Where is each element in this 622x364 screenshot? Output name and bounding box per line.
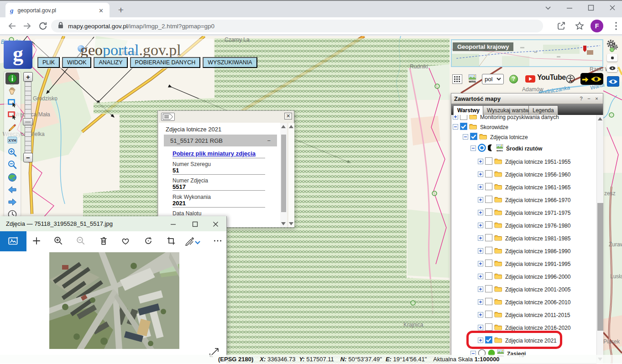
- favorite-photos-icon[interactable]: [120, 236, 131, 247]
- youtube-label[interactable]: YouTube: [537, 73, 566, 82]
- layer-label[interactable]: Zdjęcia lotnicze 1961-1965: [505, 184, 570, 191]
- pencil-tool-icon[interactable]: [7, 123, 17, 133]
- layer-checkbox[interactable]: [485, 170, 492, 179]
- expander-plus-icon[interactable]: [478, 234, 483, 243]
- window-maximize-button[interactable]: [584, 1, 598, 15]
- download-thumbnail-link[interactable]: Pobierz plik miniatury zdjęcia: [172, 150, 256, 157]
- window-minimize-button[interactable]: [563, 1, 576, 15]
- back-icon[interactable]: [6, 21, 17, 31]
- geoportal-logo[interactable]: g: [4, 41, 32, 69]
- expander-plus-icon[interactable]: [478, 286, 483, 294]
- globe-tool-icon[interactable]: [7, 172, 17, 182]
- expander-plus-icon[interactable]: [478, 247, 483, 255]
- layer-checkbox[interactable]: [485, 311, 492, 320]
- expander-minus-icon[interactable]: [470, 145, 476, 153]
- popup-close-button[interactable]: ✕: [284, 113, 292, 120]
- layer-row[interactable]: Monitoring pozyskiwania danych: [453, 115, 559, 122]
- profile-avatar[interactable]: F: [591, 20, 603, 32]
- popup-section-header[interactable]: 51_5517 2021 RGB−: [164, 135, 277, 146]
- layer-label[interactable]: Zdjęcia lotnicze 1986-1990: [505, 248, 570, 255]
- layer-row[interactable]: wmsŚrodki rzutów: [470, 144, 542, 154]
- expander-plus-icon[interactable]: [478, 196, 483, 204]
- map-viewport[interactable]: Biała OkszaLubidzaCzarny LaGrodziskoWręc…: [0, 36, 622, 364]
- layer-row[interactable]: Zdjęcia lotnicze 2001-2005: [478, 285, 570, 295]
- layer-row[interactable]: Skorowidze: [453, 122, 508, 132]
- layer-radio[interactable]: [478, 144, 486, 154]
- zoom-out-photos-icon[interactable]: [76, 236, 87, 247]
- layer-label[interactable]: Zdjęcia lotnicze 1956-1960: [505, 172, 570, 178]
- photos-maximize-button[interactable]: [189, 220, 200, 228]
- panel-minimize-button[interactable]: −: [585, 95, 592, 102]
- browser-tab[interactable]: g geoportal.gov.pl ✕: [5, 3, 110, 18]
- layer-label[interactable]: Zdjęcia lotnicze 1976-1980: [505, 223, 570, 229]
- layer-row[interactable]: Zdjęcia lotnicze 1951-1955: [478, 157, 570, 167]
- visibility-button[interactable]: [607, 76, 619, 87]
- hand-tool-icon[interactable]: [7, 86, 17, 96]
- expander-plus-icon[interactable]: [453, 115, 458, 121]
- scrollbar-thumb[interactable]: [597, 203, 603, 331]
- layer-row[interactable]: Zdjęcia lotnicze 2011-2015: [478, 310, 570, 320]
- youtube-icon[interactable]: [525, 75, 535, 83]
- expander-plus-icon[interactable]: [478, 171, 483, 179]
- layer-checkbox[interactable]: [485, 183, 492, 192]
- arrow-left-tool-icon[interactable]: [7, 185, 17, 195]
- expander-plus-icon[interactable]: [478, 298, 483, 307]
- info-tool-icon[interactable]: [7, 73, 17, 83]
- layer-label[interactable]: Skorowidze: [480, 124, 508, 130]
- chevron-down-sm-photos-icon[interactable]: [194, 239, 205, 250]
- grid-tool-button[interactable]: [452, 74, 462, 84]
- layer-label[interactable]: Zdjęcia lotnicze 1981-1985: [505, 235, 570, 242]
- layer-label[interactable]: Zdjęcia lotnicze 2016-2020: [505, 325, 570, 331]
- browser-menu-icon[interactable]: [611, 21, 622, 31]
- popup-inner-scrollbar[interactable]: [280, 123, 287, 227]
- menu-analizy[interactable]: ANALIZY: [94, 57, 127, 68]
- layer-checkbox[interactable]: [470, 133, 477, 142]
- panel-close-button[interactable]: ×: [593, 95, 600, 102]
- side-button-2[interactable]: [607, 64, 617, 72]
- xyh-tool-icon[interactable]: XYH: [7, 135, 17, 145]
- expander-minus-icon[interactable]: [463, 133, 468, 141]
- layer-label[interactable]: Zdjęcia lotnicze 2011-2015: [505, 312, 570, 318]
- expander-plus-icon[interactable]: [478, 260, 483, 268]
- zoom-in-button[interactable]: +: [23, 72, 33, 82]
- layer-label[interactable]: Zdjęcia lotnicze 1991-1995: [505, 261, 570, 267]
- more-photos-icon[interactable]: [213, 236, 224, 247]
- edit-photos-icon[interactable]: [184, 236, 195, 247]
- help-button[interactable]: ?: [509, 75, 518, 83]
- language-select[interactable]: pol: [482, 74, 504, 84]
- photos-close-button[interactable]: [210, 220, 221, 228]
- bookmark-star-icon[interactable]: [574, 21, 585, 31]
- layer-label[interactable]: Zdjęcia lotnicze 1966-1970: [505, 197, 570, 203]
- expander-plus-icon[interactable]: [478, 183, 483, 192]
- layer-checkbox[interactable]: [485, 157, 492, 166]
- tab-warstwy[interactable]: Warstwy: [453, 105, 484, 115]
- layer-label[interactable]: Zdjęcia lotnicze 2006-2010: [505, 299, 570, 306]
- layer-row[interactable]: Zdjęcia lotnicze 1956-1960: [478, 170, 570, 180]
- layer-label[interactable]: Zdjęcia lotnicze 1996-2000: [505, 274, 570, 280]
- layer-panel-titlebar[interactable]: Zawartość mapy ? − ×: [451, 94, 603, 104]
- expander-plus-icon[interactable]: [478, 273, 483, 281]
- layer-checkbox[interactable]: [485, 234, 492, 243]
- expander-plus-icon[interactable]: [478, 222, 483, 230]
- layer-row[interactable]: Zdjęcia lotnicze 2006-2010: [478, 297, 570, 307]
- zoom-slider-handle[interactable]: [23, 118, 33, 125]
- layer-checkbox[interactable]: [460, 115, 467, 122]
- scroll-up-icon[interactable]: [598, 117, 602, 120]
- section-collapse-icon[interactable]: −: [267, 137, 271, 144]
- select-blue-tool-icon[interactable]: [7, 98, 17, 108]
- layer-row[interactable]: Zdjęcia lotnicze: [463, 132, 528, 142]
- side-button-1[interactable]: [607, 54, 617, 62]
- new-tab-button[interactable]: +: [115, 5, 127, 16]
- zoom-out-button[interactable]: −: [23, 153, 33, 162]
- forward-icon[interactable]: [22, 21, 33, 31]
- layer-label[interactable]: Zdjęcia lotnicze 1971-1975: [505, 210, 570, 216]
- layer-checkbox[interactable]: [460, 123, 467, 132]
- expander-plus-icon[interactable]: [478, 158, 483, 166]
- popup-outer-scrollbar[interactable]: [288, 123, 294, 227]
- layer-row[interactable]: Zdjęcia lotnicze 1986-1990: [478, 246, 570, 256]
- tab-legenda[interactable]: Legenda: [528, 105, 558, 115]
- crop-photos-icon[interactable]: [166, 236, 177, 247]
- layer-row[interactable]: Zdjęcia lotnicze 1996-2000: [478, 272, 570, 282]
- layer-label[interactable]: Zdjęcia lotnicze 1951-1955: [505, 159, 570, 165]
- layer-label[interactable]: Zdjęcia lotnicze 2001-2005: [505, 286, 570, 293]
